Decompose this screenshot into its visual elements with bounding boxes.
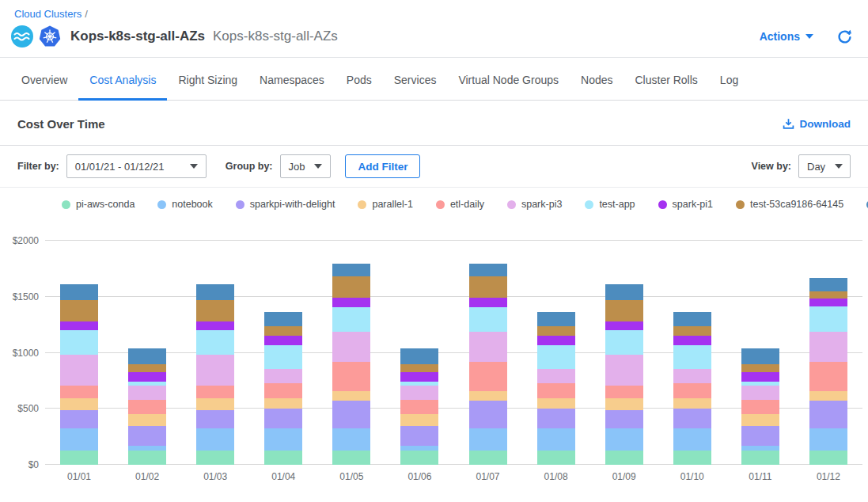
bar-segment-parallel-1[interactable] bbox=[469, 391, 507, 401]
bar-segment-test-53ca9186-64145[interactable] bbox=[60, 300, 98, 321]
stacked-bar-01/07[interactable] bbox=[469, 264, 507, 465]
bar-segment-sparkpi-with-delight[interactable] bbox=[809, 401, 847, 428]
tab-right-sizing[interactable]: Right Sizing bbox=[167, 58, 248, 101]
bar-segment-parallel-1[interactable] bbox=[537, 398, 575, 409]
stacked-bar-01/06[interactable] bbox=[400, 348, 438, 465]
bar-segment-test-app[interactable] bbox=[537, 345, 575, 369]
bar-segment-sparkpi-with-delight[interactable] bbox=[537, 409, 575, 428]
bar-segment-test-app[interactable] bbox=[673, 345, 711, 369]
bar-segment-etl-daily[interactable] bbox=[332, 362, 370, 391]
bar-segment-sparkpi-with-delight[interactable] bbox=[400, 426, 438, 446]
legend-item-spark-pi1[interactable]: spark-pi1 bbox=[658, 199, 713, 210]
bar-segment-pi-aws-conda[interactable] bbox=[332, 451, 370, 465]
tab-overview[interactable]: Overview bbox=[10, 58, 78, 101]
bar-segment-spark-pi1[interactable] bbox=[605, 321, 643, 330]
bar-segment-test-app[interactable] bbox=[60, 330, 98, 354]
bar-segment-test-app[interactable] bbox=[264, 345, 302, 369]
bar-segment-pi-aws-conda[interactable] bbox=[673, 451, 711, 465]
bar-segment-spark-pi3[interactable] bbox=[60, 355, 98, 386]
bar-segment-spark-pi1[interactable] bbox=[264, 336, 302, 345]
stacked-bar-01/03[interactable] bbox=[196, 284, 234, 465]
tab-services[interactable]: Services bbox=[383, 58, 448, 101]
bar-segment-parallel-1[interactable] bbox=[196, 398, 234, 410]
bar-segment-test-53ca9186-64145[interactable] bbox=[332, 276, 370, 298]
bar-segment-etl-daily[interactable] bbox=[196, 386, 234, 398]
bar-segment-spark-pi3[interactable] bbox=[809, 332, 847, 361]
bar-segment-parallel-1[interactable] bbox=[264, 398, 302, 409]
bar-segment-parallel-1[interactable] bbox=[128, 414, 166, 426]
bar-segment-pi-aws-conda[interactable] bbox=[128, 451, 166, 465]
bar-segment-notebook[interactable] bbox=[469, 428, 507, 451]
bar-segment-etl-daily[interactable] bbox=[400, 400, 438, 414]
bar-segment-spark-pi1[interactable] bbox=[196, 321, 234, 330]
bar-segment-test-pkix[interactable] bbox=[741, 348, 779, 364]
bar-segment-test-53ca9186-64145[interactable] bbox=[809, 291, 847, 299]
bar-segment-sparkpi-with-delight[interactable] bbox=[128, 426, 166, 446]
bar-segment-test-pkix[interactable] bbox=[809, 278, 847, 291]
bar-segment-parallel-1[interactable] bbox=[605, 398, 643, 410]
bar-segment-test-53ca9186-64145[interactable] bbox=[741, 364, 779, 372]
stacked-bar-01/05[interactable] bbox=[332, 264, 370, 465]
bar-segment-etl-daily[interactable] bbox=[741, 400, 779, 414]
bar-segment-notebook[interactable] bbox=[332, 428, 370, 451]
bar-segment-test-53ca9186-64145[interactable] bbox=[400, 364, 438, 372]
bar-segment-parallel-1[interactable] bbox=[60, 398, 98, 410]
bar-segment-spark-pi3[interactable] bbox=[673, 369, 711, 383]
bar-segment-spark-pi3[interactable] bbox=[264, 369, 302, 383]
bar-segment-spark-pi1[interactable] bbox=[673, 336, 711, 345]
legend-item-test-app[interactable]: test-app bbox=[585, 199, 635, 210]
bar-segment-notebook[interactable] bbox=[605, 428, 643, 451]
stacked-bar-01/04[interactable] bbox=[264, 312, 302, 465]
stacked-bar-01/10[interactable] bbox=[673, 312, 711, 465]
tab-cost-analysis[interactable]: Cost Analysis bbox=[78, 58, 167, 101]
legend-item-notebook[interactable]: notebook bbox=[157, 199, 212, 210]
bar-segment-sparkpi-with-delight[interactable] bbox=[741, 426, 779, 446]
bar-segment-sparkpi-with-delight[interactable] bbox=[264, 409, 302, 428]
bar-segment-parallel-1[interactable] bbox=[809, 391, 847, 401]
actions-button[interactable]: Actions bbox=[760, 30, 813, 43]
bar-segment-test-53ca9186-64145[interactable] bbox=[264, 326, 302, 336]
bar-segment-test-pkix[interactable] bbox=[332, 264, 370, 276]
bar-segment-test-app[interactable] bbox=[332, 307, 370, 333]
bar-segment-sparkpi-with-delight[interactable] bbox=[673, 409, 711, 428]
bar-segment-test-53ca9186-64145[interactable] bbox=[537, 326, 575, 336]
bar-segment-pi-aws-conda[interactable] bbox=[264, 451, 302, 465]
bar-segment-test-53ca9186-64145[interactable] bbox=[605, 300, 643, 321]
legend-item-sparkpi-with-delight[interactable]: sparkpi-with-delight bbox=[236, 199, 335, 210]
bar-segment-notebook[interactable] bbox=[809, 428, 847, 451]
bar-segment-spark-pi3[interactable] bbox=[196, 355, 234, 386]
tab-nodes[interactable]: Nodes bbox=[570, 58, 624, 101]
bar-segment-test-pkix[interactable] bbox=[128, 348, 166, 364]
bar-segment-sparkpi-with-delight[interactable] bbox=[196, 410, 234, 428]
stacked-bar-01/01[interactable] bbox=[60, 284, 98, 465]
stacked-bar-01/08[interactable] bbox=[537, 312, 575, 465]
bar-segment-pi-aws-conda[interactable] bbox=[809, 451, 847, 465]
refresh-button[interactable] bbox=[837, 29, 852, 44]
bar-segment-test-53ca9186-64145[interactable] bbox=[673, 326, 711, 336]
bar-segment-test-app[interactable] bbox=[809, 306, 847, 333]
bar-segment-test-53ca9186-64145[interactable] bbox=[196, 300, 234, 321]
bar-segment-spark-pi3[interactable] bbox=[741, 386, 779, 400]
stacked-bar-01/11[interactable] bbox=[741, 348, 779, 465]
tab-namespaces[interactable]: Namespaces bbox=[248, 58, 335, 101]
breadcrumb-link-cloud-clusters[interactable]: Cloud Clusters bbox=[14, 8, 81, 20]
bar-segment-notebook[interactable] bbox=[537, 428, 575, 451]
bar-segment-notebook[interactable] bbox=[264, 428, 302, 451]
bar-segment-test-pkix[interactable] bbox=[264, 312, 302, 326]
bar-segment-test-app[interactable] bbox=[196, 330, 234, 354]
bar-segment-spark-pi3[interactable] bbox=[537, 369, 575, 383]
bar-segment-pi-aws-conda[interactable] bbox=[469, 451, 507, 465]
bar-segment-test-pkix[interactable] bbox=[673, 312, 711, 326]
bar-segment-etl-daily[interactable] bbox=[264, 383, 302, 398]
bar-segment-pi-aws-conda[interactable] bbox=[741, 451, 779, 465]
bar-segment-test-53ca9186-64145[interactable] bbox=[128, 364, 166, 372]
tab-log[interactable]: Log bbox=[709, 58, 749, 101]
bar-segment-test-53ca9186-64145[interactable] bbox=[469, 276, 507, 298]
bar-segment-spark-pi3[interactable] bbox=[332, 332, 370, 361]
bar-segment-test-app[interactable] bbox=[605, 330, 643, 354]
tab-cluster-rolls[interactable]: Cluster Rolls bbox=[624, 58, 708, 101]
bar-segment-pi-aws-conda[interactable] bbox=[605, 451, 643, 465]
bar-segment-notebook[interactable] bbox=[196, 428, 234, 451]
bar-segment-pi-aws-conda[interactable] bbox=[60, 451, 98, 465]
bar-segment-etl-daily[interactable] bbox=[537, 383, 575, 398]
